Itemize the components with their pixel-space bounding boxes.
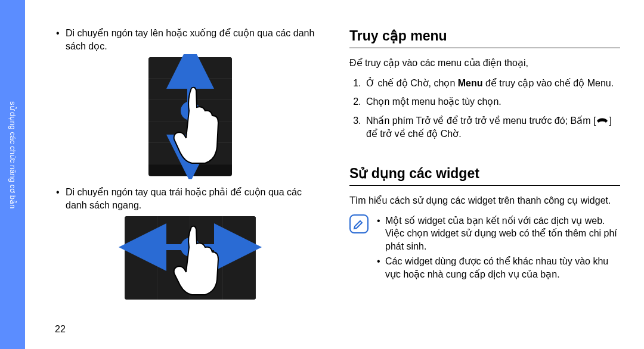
note-icon bbox=[349, 214, 369, 233]
bullet-dot: • bbox=[377, 255, 380, 268]
page-body: • Di chuyển ngón tay lên hoặc xuống để c… bbox=[25, 0, 644, 349]
bullet-dot: • bbox=[56, 27, 60, 40]
step-text-pre: Chọn một menu hoặc tùy chọn. bbox=[366, 96, 501, 107]
sidebar-label-text: sử dụng các chức năng cơ bản bbox=[8, 101, 17, 208]
intro-widget: Tìm hiểu cách sử dụng các widget trên th… bbox=[349, 194, 620, 207]
right-column: Truy cập menu Để truy cập vào các menu c… bbox=[349, 27, 620, 331]
step-2: Chọn một menu hoặc tùy chọn. bbox=[364, 95, 620, 108]
bullet-text: Di chuyển ngón tay qua trái hoặc phải để… bbox=[66, 187, 302, 210]
figure-horizontal-scroll bbox=[55, 216, 326, 300]
step-text-pre: Nhấn phím Trở về để trở trở về menu trướ… bbox=[366, 116, 596, 126]
steps-list: Ở chế độ Chờ, chọn Menu để truy cập vào … bbox=[349, 77, 620, 141]
device-horizontal bbox=[125, 216, 256, 300]
note-item-2: • Các widget dùng được có thể khác nhau … bbox=[376, 255, 620, 281]
gesture-horizontal bbox=[125, 216, 256, 300]
note-box: • Một số widget của bạn kết nối với các … bbox=[349, 214, 620, 283]
device-vertical bbox=[148, 57, 232, 176]
bullet-dot: • bbox=[56, 186, 60, 199]
gesture-vertical bbox=[148, 57, 232, 176]
intro-menu: Để truy cập vào các menu của điện thoại, bbox=[349, 57, 620, 70]
step-text-pre: Ở chế độ Chờ, chọn bbox=[366, 78, 458, 88]
step-1: Ở chế độ Chờ, chọn Menu để truy cập vào … bbox=[364, 77, 620, 90]
sidebar-tab: sử dụng các chức năng cơ bản bbox=[0, 0, 25, 349]
heading-rule bbox=[349, 48, 620, 48]
heading-rule bbox=[349, 185, 620, 186]
bullet-vertical-scroll: • Di chuyển ngón tay lên hoặc xuống để c… bbox=[55, 27, 326, 52]
bullet-text: Di chuyển ngón tay lên hoặc xuống để cuộ… bbox=[66, 28, 314, 51]
note-text: Một số widget của bạn kết nối với các dị… bbox=[385, 216, 617, 251]
figure-vertical-scroll bbox=[55, 57, 326, 176]
step-text-post: để truy cập vào chế độ Menu. bbox=[483, 78, 614, 88]
end-call-icon bbox=[596, 115, 609, 128]
page-number: 22 bbox=[55, 324, 66, 335]
note-text: Các widget dùng được có thể khác nhau tù… bbox=[385, 256, 608, 279]
left-column: • Di chuyển ngón tay lên hoặc xuống để c… bbox=[55, 27, 326, 331]
note-list: • Một số widget của bạn kết nối với các … bbox=[376, 214, 620, 283]
note-item-1: • Một số widget của bạn kết nối với các … bbox=[376, 214, 620, 253]
bullet-dot: • bbox=[377, 214, 380, 228]
heading-widget: Sử dụng các widget bbox=[349, 164, 620, 183]
bullet-horizontal-scroll: • Di chuyển ngón tay qua trái hoặc phải … bbox=[55, 186, 326, 211]
sidebar-label: sử dụng các chức năng cơ bản bbox=[7, 101, 18, 256]
step-text-bold: Menu bbox=[458, 78, 483, 88]
heading-truy-cap-menu: Truy cập menu bbox=[349, 27, 620, 45]
step-3: Nhấn phím Trở về để trở trở về menu trướ… bbox=[364, 114, 620, 141]
